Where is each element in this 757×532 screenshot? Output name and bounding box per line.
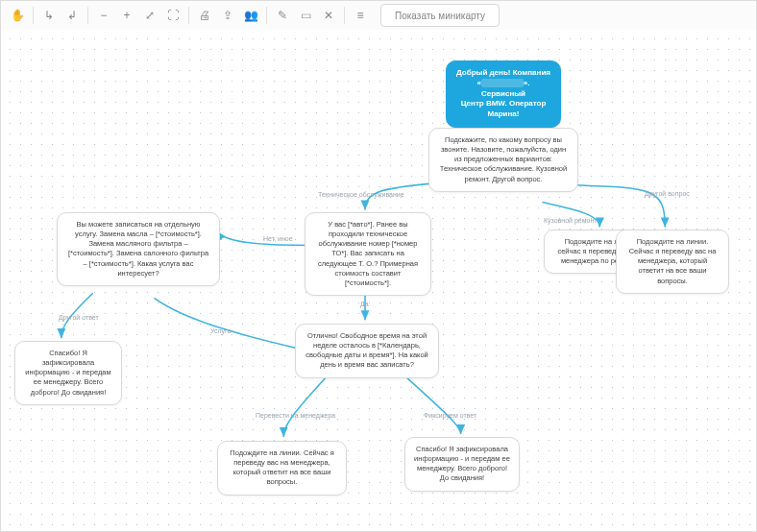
node-thanks2[interactable]: Спасибо! Я зафиксировала информацию - и … [404, 437, 520, 492]
separator [266, 7, 267, 24]
add-branch-icon[interactable]: ↳ [38, 5, 60, 26]
edge-label-other-q: Другой вопрос [645, 190, 690, 197]
node-mgr-wait[interactable]: Подождите на линии. Сейчас я переведу ва… [217, 441, 347, 496]
menu-icon[interactable]: ≡ [350, 5, 371, 26]
root-line1: Добрый день! Компания [455, 68, 551, 79]
node-root[interactable]: Добрый день! Компания «████████». Сервис… [446, 60, 561, 128]
node-other-wait[interactable]: Подождите на линии. Сейчас я переведу ва… [616, 230, 729, 294]
node-services[interactable]: Вы можете записаться на отдельную услугу… [57, 212, 220, 286]
root-line3: Центр BMW. Оператор [455, 99, 551, 109]
show-minimap-button[interactable]: Показать миникарту [380, 4, 500, 27]
canvas[interactable]: Техническое обслуживание Кузовной ремонт… [1, 30, 756, 531]
edge-label-other-a: Другой ответ [59, 314, 99, 321]
edit-icon[interactable]: ✎ [272, 5, 293, 26]
edge-label-body: Кузовной ремонт [544, 217, 598, 224]
toolbar: ✋ ↳ ↲ − + ⤢ ⛶ 🖨 ⇪ 👥 ✎ ▭ ✕ ≡ Показать мин… [1, 1, 756, 31]
hand-icon[interactable]: ✋ [7, 5, 28, 26]
zoom-out-icon[interactable]: − [93, 5, 114, 26]
node-thanks[interactable]: Спасибо! Я зафиксировала информацию - и … [14, 341, 122, 405]
fit-icon[interactable]: ⤢ [139, 5, 160, 26]
node-free[interactable]: Отлично! Свободное время на этой неделе … [295, 324, 439, 378]
node-car[interactable]: У вас [*авто*]. Ранее вы проходили техни… [305, 212, 431, 296]
edge-label-yes: Да [360, 301, 369, 307]
edge-label-to-mgr: Перевести на менеджера [256, 412, 335, 419]
people-icon[interactable]: 👥 [240, 5, 261, 26]
root-line4: Марина! [455, 109, 551, 120]
edge-label-service: Услуга [210, 327, 231, 334]
edge-label-tech: Техническое обслуживание [318, 191, 404, 198]
zoom-in-icon[interactable]: + [116, 5, 137, 26]
app-window: ✋ ↳ ↲ − + ⤢ ⛶ 🖨 ⇪ 👥 ✎ ▭ ✕ ≡ Показать мин… [0, 0, 757, 532]
separator [344, 7, 345, 24]
print-icon[interactable]: 🖨 [194, 5, 215, 26]
separator [87, 7, 88, 24]
root-line2: «████████». Сервисный [455, 79, 551, 100]
folder-icon[interactable]: ▭ [295, 5, 316, 26]
fullscreen-icon[interactable]: ⛶ [162, 5, 183, 26]
remove-branch-icon[interactable]: ↲ [61, 5, 83, 26]
edge-label-fix: Фиксируем ответ [424, 412, 476, 419]
node-ask[interactable]: Подскажите, по какому вопросу вы звоните… [428, 128, 578, 192]
separator [33, 7, 34, 24]
separator [188, 7, 189, 24]
delete-icon[interactable]: ✕ [318, 5, 339, 26]
edge-label-no: Нет, иное [263, 235, 293, 242]
share-icon[interactable]: ⇪ [217, 5, 238, 26]
